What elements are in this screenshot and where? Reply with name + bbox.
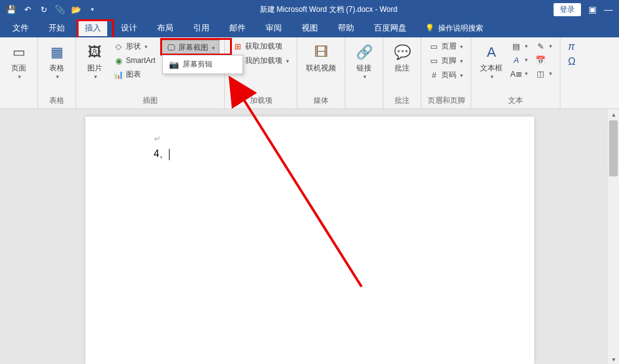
attach-icon[interactable]: 📎 (55, 4, 65, 14)
group-label: 批注 (395, 94, 410, 107)
dropdown-icon: ▾ (363, 74, 367, 80)
tab-layout[interactable]: 布局 (151, 19, 180, 37)
shapes-button[interactable]: ◇ 形状▾ (111, 40, 158, 53)
group-symbols: π Ω (560, 37, 583, 108)
link-icon: 🔗 (354, 42, 374, 62)
group-label: 插图 (143, 94, 158, 107)
group-media: 🎞 联机视频 媒体 (297, 37, 345, 108)
page-number-button[interactable]: # 页码▾ (426, 69, 466, 82)
table-icon: ▦ (47, 42, 67, 62)
pagenum-icon: # (429, 70, 439, 80)
group-tables: ▦ 表格 ▾ 表格 (38, 37, 76, 108)
object-icon: ◫ (535, 69, 545, 79)
tell-me-search[interactable]: 💡 操作说明搜索 (425, 23, 483, 34)
ribbon: ▭ 页面 ▾ ▦ 表格 ▾ 表格 🖼 图片 ▾ ◇ 形状▾ (0, 37, 619, 109)
document-area[interactable]: ↵ 4、 (0, 109, 619, 364)
wordart-button[interactable]: A▾ (509, 54, 530, 66)
paragraph[interactable]: 4、 (154, 148, 466, 161)
header-icon: ▭ (429, 42, 439, 52)
redo-icon[interactable]: ↻ (39, 4, 49, 14)
smartart-icon: ◉ (113, 55, 123, 65)
scroll-down-icon[interactable]: ▾ (608, 354, 619, 364)
group-label: 表格 (49, 94, 64, 107)
paragraph[interactable]: ↵ (154, 133, 466, 144)
video-icon: 🎞 (311, 42, 331, 62)
vertical-scrollbar[interactable]: ▴ ▾ (608, 109, 619, 364)
scroll-thumb[interactable] (609, 120, 618, 176)
text-content: 4、 (154, 148, 170, 159)
group-header-footer: ▭ 页眉▾ ▭ 页脚▾ # 页码▾ 页眉和页脚 (421, 37, 471, 108)
group-pages: ▭ 页面 ▾ (0, 37, 38, 108)
screenshot-button[interactable]: 🖵 屏幕截图 ▾ 📷 屏幕剪辑 (161, 40, 219, 55)
group-label: 文本 (508, 94, 523, 107)
screen-clipping-item[interactable]: 📷 屏幕剪辑 (163, 55, 242, 74)
tab-file[interactable]: 文件 (6, 19, 35, 37)
dropdown-icon: ▾ (18, 74, 21, 80)
signature-button[interactable]: ✎▾ (533, 40, 555, 52)
footer-icon: ▭ (429, 56, 439, 66)
save-icon[interactable]: 💾 (6, 4, 16, 14)
online-video-button[interactable]: 🎞 联机视频 (302, 40, 340, 75)
dropdown-icon: ▾ (94, 74, 97, 80)
camera-plus-icon: 📷 (169, 60, 179, 70)
group-label: 页眉和页脚 (428, 94, 465, 107)
textbox-icon: A (481, 42, 501, 62)
page-icon: ▭ (9, 42, 29, 62)
title-bar: 💾 ↶ ↻ 📎 📂 ▾ 新建 Microsoft Word 文档 (7).doc… (0, 0, 619, 19)
tell-me-label: 操作说明搜索 (438, 23, 483, 34)
lightbulb-icon: 💡 (425, 24, 434, 32)
header-button[interactable]: ▭ 页眉▾ (426, 40, 466, 53)
screenshot-dropdown-menu: 📷 屏幕剪辑 (162, 55, 243, 74)
scroll-up-icon[interactable]: ▴ (608, 109, 619, 119)
pictures-button[interactable]: 🖼 图片 ▾ (81, 40, 108, 82)
object-button[interactable]: ◫▾ (533, 67, 555, 80)
screenshot-icon: 🖵 (166, 43, 176, 53)
dropdown-icon: ▾ (56, 74, 59, 80)
tab-references[interactable]: 引用 (187, 19, 216, 37)
date-icon: 📅 (535, 55, 545, 65)
table-button[interactable]: ▦ 表格 ▾ (43, 40, 70, 82)
signature-icon: ✎ (535, 41, 545, 51)
footer-button[interactable]: ▭ 页脚▾ (426, 54, 466, 67)
tab-mailings[interactable]: 邮件 (223, 19, 252, 37)
textbox-button[interactable]: A 文本框 ▾ (476, 40, 506, 82)
shapes-icon: ◇ (113, 42, 123, 52)
dropcap-button[interactable]: A≣▾ (509, 67, 530, 80)
document-page[interactable]: ↵ 4、 (85, 117, 534, 364)
comment-button[interactable]: 💬 批注 (388, 40, 416, 75)
smartart-button[interactable]: ◉ SmartArt (111, 54, 158, 67)
tab-home[interactable]: 开始 (42, 19, 71, 37)
tab-review[interactable]: 审阅 (259, 19, 288, 37)
ribbon-display-icon[interactable]: ▣ (588, 4, 597, 14)
ribbon-tabs: 文件 开始 插入 设计 布局 引用 邮件 审阅 视图 帮助 百度网盘 💡 操作说… (0, 19, 619, 37)
title-right: 登录 ▣ — (554, 3, 619, 16)
tab-help[interactable]: 帮助 (332, 19, 360, 37)
tab-insert[interactable]: 插入 (79, 19, 107, 36)
dropdown-icon: ▾ (491, 74, 494, 80)
tab-baidu[interactable]: 百度网盘 (368, 19, 413, 37)
symbol-button[interactable]: Ω (565, 55, 578, 69)
login-button[interactable]: 登录 (554, 3, 581, 16)
group-comments: 💬 批注 批注 (383, 37, 421, 108)
datetime-button[interactable]: 📅 (533, 54, 555, 66)
links-button[interactable]: 🔗 链接 ▾ (350, 40, 378, 82)
text-cursor (169, 149, 170, 160)
store-icon: ⊞ (233, 42, 242, 52)
equation-button[interactable]: π (565, 40, 578, 54)
qat-customize-icon[interactable]: ▾ (87, 4, 97, 14)
open-folder-icon[interactable]: 📂 (71, 4, 81, 14)
group-text: A 文本框 ▾ ▤▾ A▾ A≣▾ ✎▾ 📅 ◫▾ 文本 (471, 37, 560, 108)
minimize-icon[interactable]: — (604, 4, 613, 14)
wordart-icon: A (511, 55, 521, 65)
group-links: 🔗 链接 ▾ (345, 37, 383, 108)
tab-design[interactable]: 设计 (115, 19, 143, 37)
undo-icon[interactable]: ↶ (22, 4, 32, 14)
tab-view[interactable]: 视图 (295, 19, 324, 37)
chart-icon: 📊 (113, 70, 123, 80)
group-label: 媒体 (314, 94, 329, 107)
pages-button[interactable]: ▭ 页面 ▾ (5, 40, 32, 82)
group-label: 加载项 (250, 94, 272, 107)
get-addins-button[interactable]: ⊞ 获取加载项 (230, 40, 292, 53)
quick-parts-button[interactable]: ▤▾ (509, 40, 530, 52)
chart-button[interactable]: 📊 图表 (111, 68, 158, 81)
